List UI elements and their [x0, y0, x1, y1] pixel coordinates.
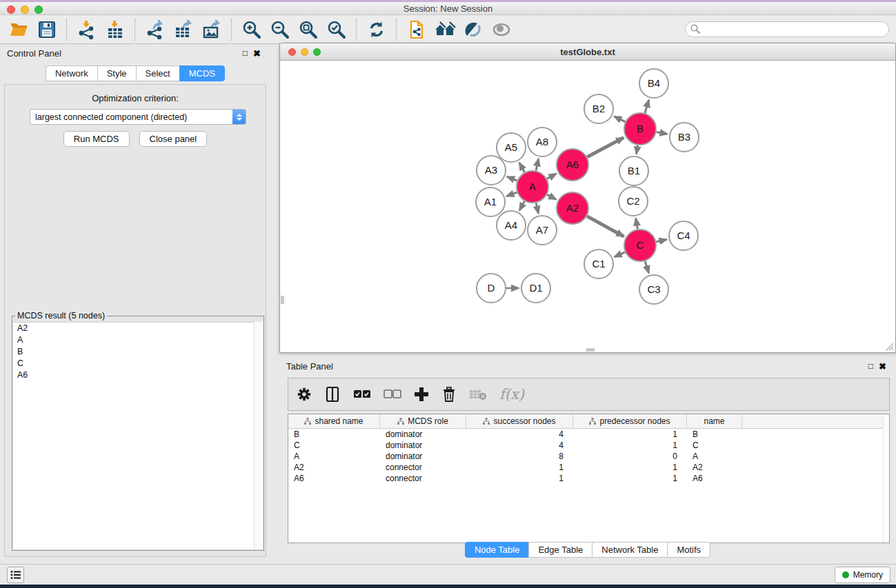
export-network-button[interactable]	[141, 17, 169, 42]
home-fit-views-button[interactable]	[430, 17, 459, 42]
graph-edge-C-C1[interactable]	[615, 252, 625, 257]
column-header-MCDS-role[interactable]: MCDS role	[380, 414, 466, 428]
table-row[interactable]: A2connector11A2	[288, 462, 889, 473]
result-scrollbar[interactable]	[254, 322, 263, 549]
export-image-button[interactable]	[197, 17, 226, 42]
deselect-all-columns-button[interactable]	[384, 389, 401, 399]
network-canvas[interactable]: B4B2BB3A5A8A6A3B1AA1C2A2A4A7C4CC1C3DD1	[281, 61, 895, 352]
tab-motifs[interactable]: Motifs	[667, 542, 710, 558]
graph-node-B[interactable]: B	[624, 113, 656, 145]
column-visibility-button[interactable]	[324, 386, 341, 403]
graph-edge-B-B1[interactable]	[637, 145, 638, 154]
column-header-successor-nodes[interactable]: successor nodes	[466, 414, 573, 428]
graph-edge-B-B3[interactable]	[657, 132, 668, 134]
graph-node-C4[interactable]: C4	[669, 221, 698, 250]
graph-node-B3[interactable]: B3	[670, 123, 699, 152]
main-titlebar[interactable]: Session: New Session	[0, 2, 896, 15]
graph-node-A[interactable]: A	[517, 171, 548, 203]
close-panel-icon[interactable]: ✖	[250, 48, 263, 59]
minimize-network-icon[interactable]	[301, 48, 308, 56]
table-row[interactable]: A6connector11A6	[288, 473, 889, 484]
tab-style[interactable]: Style	[97, 65, 136, 81]
select-all-columns-button[interactable]	[353, 389, 371, 399]
network-titlebar[interactable]: testGlobe.txt	[280, 43, 895, 61]
tab-network-table[interactable]: Network Table	[592, 542, 667, 558]
zoom-in-button[interactable]	[237, 17, 266, 42]
optimization-dropdown[interactable]: largest connected component (directed)	[30, 109, 246, 125]
import-table-button[interactable]	[101, 17, 129, 42]
graph-edge-A2-C[interactable]	[587, 216, 624, 236]
graph-node-B2[interactable]: B2	[584, 94, 613, 123]
table-row[interactable]: Adominator80A	[288, 451, 889, 462]
result-item[interactable]: A6	[13, 369, 263, 381]
graph-edge-C-C2[interactable]	[636, 219, 637, 230]
minimize-window-icon[interactable]	[21, 6, 29, 14]
search-input[interactable]	[685, 21, 889, 37]
delete-columns-button[interactable]	[441, 386, 457, 403]
table-settings-button[interactable]	[297, 387, 312, 402]
function-builder-button[interactable]: f(x)	[499, 386, 524, 403]
graph-node-A2[interactable]: A2	[557, 192, 588, 224]
close-network-icon[interactable]	[288, 48, 296, 56]
task-history-button[interactable]	[7, 567, 24, 583]
result-item[interactable]: C	[13, 358, 263, 369]
table-row[interactable]: Bdominator41B	[288, 429, 889, 440]
graph-edge-A-A5[interactable]	[519, 163, 525, 172]
canvas-hscroll-nub[interactable]	[586, 348, 595, 352]
graph-edge-B-B4[interactable]	[645, 100, 649, 113]
graph-node-B1[interactable]: B1	[619, 156, 648, 185]
hide-graphics-details-button[interactable]	[459, 17, 487, 42]
delete-table-button[interactable]	[469, 388, 487, 401]
run-mcds-button[interactable]: Run MCDS	[63, 131, 130, 147]
graph-node-A1[interactable]: A1	[476, 187, 505, 216]
add-column-button[interactable]	[414, 387, 429, 402]
graph-edge-A-A4[interactable]	[519, 201, 524, 210]
table-scrollbar[interactable]	[883, 414, 889, 543]
network-graph[interactable]: B4B2BB3A5A8A6A3B1AA1C2A2A4A7C4CC1C3DD1	[281, 61, 895, 352]
graph-node-A4[interactable]: A4	[497, 211, 526, 240]
close-panel-button[interactable]: Close panel	[139, 131, 208, 147]
column-header-shared-name[interactable]: shared name	[288, 414, 380, 428]
close-window-icon[interactable]	[7, 6, 15, 14]
zoom-network-icon[interactable]	[313, 48, 321, 56]
close-table-panel-icon[interactable]: ✖	[876, 361, 889, 372]
column-header-predecessor-nodes[interactable]: predecessor nodes	[573, 414, 687, 428]
refresh-layout-button[interactable]	[362, 17, 390, 42]
graph-node-C3[interactable]: C3	[639, 275, 668, 304]
column-header-name[interactable]: name	[687, 414, 742, 428]
graph-node-A7[interactable]: A7	[528, 216, 557, 245]
float-panel-icon[interactable]: □	[240, 48, 250, 58]
graph-edge-A-A1[interactable]	[507, 192, 517, 196]
graph-node-D1[interactable]: D1	[521, 274, 550, 303]
graph-node-C2[interactable]: C2	[619, 187, 648, 216]
result-item[interactable]: A2	[13, 323, 263, 334]
table-row[interactable]: Cdominator41C	[288, 440, 889, 451]
tab-network[interactable]: Network	[46, 65, 97, 81]
graph-node-A6[interactable]: A6	[557, 149, 588, 181]
result-item[interactable]: A	[13, 334, 263, 346]
zoom-window-icon[interactable]	[34, 6, 43, 14]
graph-edge-A-A7[interactable]	[536, 203, 538, 213]
tab-select[interactable]: Select	[136, 65, 179, 81]
graph-edge-C-C3[interactable]	[645, 261, 648, 273]
graph-node-D[interactable]: D	[477, 274, 506, 303]
zoom-selected-button[interactable]	[322, 17, 350, 42]
mcds-result-list[interactable]: A2ABCA6	[13, 322, 263, 549]
graph-edge-A-A2[interactable]	[547, 194, 556, 199]
graph-node-A5[interactable]: A5	[497, 133, 526, 162]
graph-node-B4[interactable]: B4	[639, 69, 668, 98]
open-session-button[interactable]	[4, 17, 32, 42]
canvas-vscroll-nub[interactable]	[281, 296, 284, 304]
result-item[interactable]: B	[13, 346, 263, 358]
tab-mcds[interactable]: MCDS	[179, 65, 225, 81]
graph-node-C[interactable]: C	[624, 230, 656, 261]
zoom-fit-button[interactable]	[294, 17, 322, 42]
graph-node-A3[interactable]: A3	[477, 156, 506, 185]
memory-button[interactable]: Memory	[835, 567, 890, 583]
export-table-button[interactable]	[169, 17, 197, 42]
first-neighbors-button[interactable]	[402, 17, 430, 42]
save-session-button[interactable]	[32, 17, 61, 42]
graph-edge-A-A6[interactable]	[547, 174, 556, 179]
zoom-out-button[interactable]	[266, 17, 294, 42]
graph-node-A8[interactable]: A8	[528, 128, 557, 156]
